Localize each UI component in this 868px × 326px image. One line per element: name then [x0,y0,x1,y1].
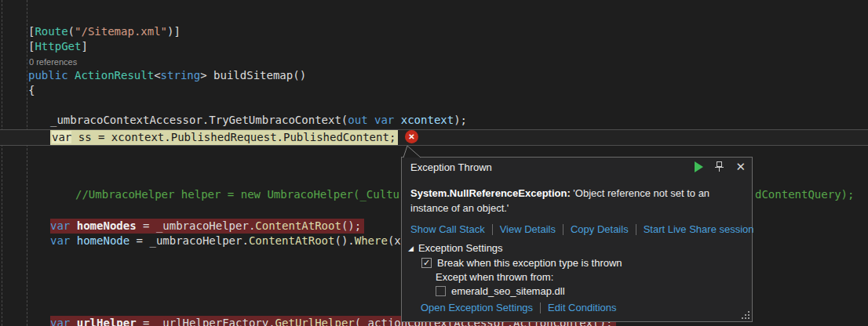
divider [563,224,563,235]
code-token: ss = xcontext.PublishedRequest.Published… [71,131,396,143]
module-checkbox-label: emerald_seo_sitemap.dll [451,285,565,297]
divider [540,302,541,313]
code-line-method-signature: public ActionResult<string> buildSitemap… [28,68,306,83]
copy-details-link[interactable]: Copy Details [571,223,629,235]
code-line-comment: //UmbracoHelper helper = new UmbracoHelp… [75,187,426,202]
code-token: out var [348,114,400,126]
code-token: GetUrlHelper [275,317,355,326]
code-token: _umbracoContextAccessor.TryGetUmbracoCon… [50,114,348,126]
code-token: ); [454,114,467,126]
code-token: (); [341,219,361,232]
code-token: xcontext [401,114,454,126]
code-token: ] [81,40,87,53]
pin-icon[interactable] [714,161,724,172]
open-exception-settings-link[interactable]: Open Exception Settings [421,302,533,313]
code-token: ContentAtRoot [249,234,335,247]
code-token [70,234,76,247]
view-details-link[interactable]: View Details [500,223,556,235]
code-token: public [28,69,68,82]
indent-guide [2,0,2,326]
resize-grip[interactable] [740,310,749,319]
code-token [70,219,76,232]
code-token: urlHelper [77,317,137,326]
code-token: Route [35,25,67,38]
code-token [70,317,76,326]
code-token: var [52,131,71,143]
except-when-thrown-label: Except when thrown from: [436,271,553,283]
exception-message: System.NullReferenceException: 'Object r… [410,186,743,216]
collapse-expander-icon[interactable]: ◢ [408,244,414,252]
close-icon[interactable]: ✕ [735,161,746,172]
code-line-homenode: var homeNode = _umbracoHelper.ContentAtR… [50,234,401,248]
settings-actions: Open Exception Settings Edit Conditions [421,302,617,313]
exception-type: System.NullReferenceException: [410,187,571,199]
exception-thrown-popup: Exception Thrown ✕ System.NullReferenceE… [401,157,753,322]
break-checkbox[interactable]: ✓ [421,258,432,268]
start-live-share-link[interactable]: Start Live Share session [644,223,754,235]
code-token: buildSitemap() [207,69,306,82]
exception-statement-line: var ss = xcontext.PublishedRequest.Publi… [50,130,398,145]
code-token: = _umbracoHelper. [129,234,249,247]
code-token: = _urlHelperFactory. [137,317,275,326]
codelens-references[interactable]: 0 references [29,56,77,67]
code-token [68,69,75,82]
code-token: { [28,84,35,96]
code-token: (x [388,234,401,247]
exception-settings-label: Exception Settings [418,242,503,254]
divider [636,224,636,235]
callout-tail [399,145,430,158]
code-token: var [50,317,70,326]
code-token: string [161,69,201,82]
exception-settings-header: ◢ Exception Settings [408,242,503,254]
break-checkbox-label: Break when this exception type is thrown [437,257,622,269]
continue-execution-icon[interactable] [695,161,703,172]
code-line-route-attribute: [Route("/Sitemap.xml")] [28,24,181,39]
code-line-homenodes-breakpoint: var homeNodes = _umbracoHelper.ContentAt… [50,219,364,234]
module-checkbox-row: emerald_seo_sitemap.dll [436,285,565,297]
code-token: HttpGet [35,40,81,53]
code-token: )] [167,25,181,38]
code-token: (). [334,234,354,247]
exception-error-icon[interactable]: ✕ [405,130,418,143]
code-token: homeNode [77,234,129,247]
code-token: homeNodes [77,219,137,232]
code-token: = _umbracoHelper. [137,219,256,232]
module-checkbox[interactable] [436,286,446,296]
indent-guide [27,0,27,326]
code-line-open-brace: { [28,83,35,98]
visual-studio-editor: [Route("/Sitemap.xml")] [HttpGet] 0 refe… [0,0,868,326]
code-token: "/Sitemap.xml" [75,25,167,38]
code-token: var [50,234,70,247]
code-line-httpget-attribute: [HttpGet] [28,39,88,54]
code-line-comment-continuation: dContentQuery); [755,187,854,202]
code-line-trygetumbracocontext: _umbracoContextAccessor.TryGetUmbracoCon… [50,113,467,128]
code-token: < [154,69,160,82]
code-token: var [50,219,70,232]
code-token: ActionResult [75,69,154,82]
exception-actions: Show Call Stack View Details Copy Detail… [410,223,754,235]
code-token: Where [355,234,388,247]
edit-conditions-link[interactable]: Edit Conditions [548,302,616,313]
code-token: > [200,69,206,82]
code-token: ( [68,25,75,38]
code-token: ContentAtRoot [255,219,341,232]
show-call-stack-link[interactable]: Show Call Stack [410,223,485,235]
break-checkbox-row: ✓ Break when this exception type is thro… [421,257,622,269]
popup-title: Exception Thrown [410,161,492,173]
divider [492,224,493,235]
